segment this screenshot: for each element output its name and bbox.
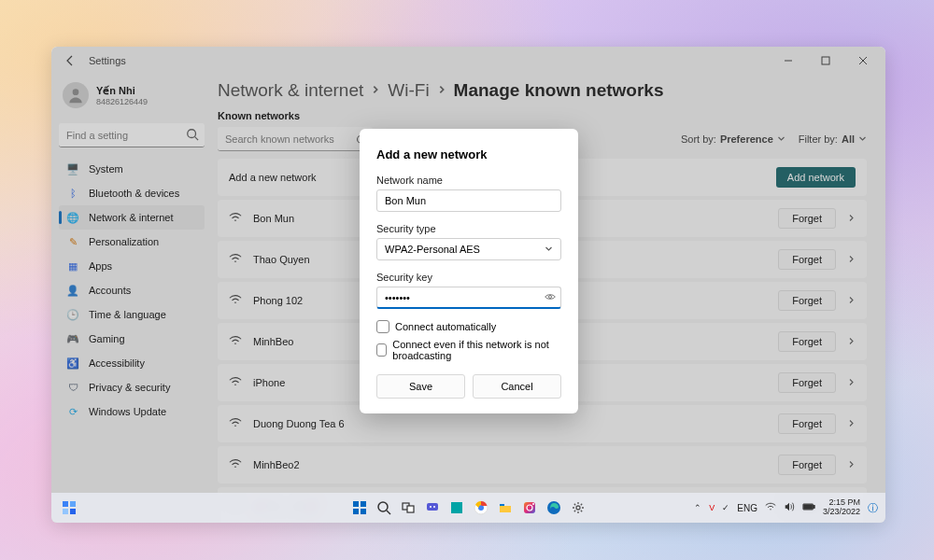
svg-rect-13 [70, 509, 76, 514]
security-key-input[interactable] [376, 287, 561, 309]
start-button[interactable] [350, 498, 369, 517]
svg-rect-15 [361, 501, 366, 507]
svg-point-18 [378, 502, 388, 511]
clock[interactable]: 2:15 PM 3/23/2022 [823, 498, 860, 517]
svg-rect-14 [353, 501, 359, 507]
security-type-label: Security type [376, 223, 561, 234]
connect-automatically-label: Connect automatically [395, 321, 496, 332]
connect-automatically-row[interactable]: Connect automatically [376, 320, 561, 333]
chrome-icon[interactable] [472, 498, 490, 517]
lang-indicator[interactable]: ENG [737, 503, 757, 513]
svg-point-31 [532, 503, 534, 505]
cancel-button[interactable]: Cancel [473, 374, 561, 399]
tray-app-icon[interactable]: V [709, 503, 715, 512]
svg-rect-17 [361, 509, 366, 514]
taskbar: ⌃ V ✓ ENG 2:15 PM 3/23/2022 ⓘ [51, 493, 885, 523]
security-type-value: WPA2-Personal AES [385, 244, 480, 255]
network-name-label: Network name [376, 175, 561, 186]
svg-rect-36 [804, 505, 813, 510]
svg-point-33 [576, 506, 580, 510]
svg-rect-35 [814, 505, 815, 508]
volume-icon[interactable] [784, 501, 795, 514]
svg-rect-12 [63, 509, 68, 514]
add-network-dialog: Add a new network Network name Security … [360, 129, 578, 413]
tray-chevron-icon[interactable]: ⌃ [694, 503, 701, 512]
svg-rect-28 [500, 504, 504, 506]
svg-point-23 [430, 506, 432, 508]
svg-point-9 [549, 296, 552, 299]
tray-app-icon[interactable]: ✓ [722, 503, 729, 512]
connect-hidden-label: Connect even if this network is not broa… [392, 339, 561, 361]
chevron-down-icon [545, 244, 553, 255]
checkbox-icon [376, 320, 389, 333]
save-button[interactable]: Save [376, 374, 465, 399]
network-name-input[interactable] [376, 189, 561, 212]
svg-rect-21 [407, 506, 414, 512]
notifications-icon[interactable]: ⓘ [868, 501, 878, 515]
app-icon[interactable] [447, 498, 466, 517]
explorer-icon[interactable] [496, 498, 515, 517]
svg-rect-22 [427, 503, 438, 511]
widgets-button[interactable] [59, 497, 79, 518]
connect-hidden-row[interactable]: Connect even if this network is not broa… [376, 339, 561, 361]
battery-icon[interactable] [802, 502, 815, 513]
chat-button[interactable] [423, 498, 442, 517]
instagram-icon[interactable] [520, 498, 539, 517]
show-password-icon[interactable] [545, 291, 556, 304]
taskbar-center [350, 498, 587, 517]
dialog-title: Add a new network [376, 147, 561, 161]
settings-icon-taskbar[interactable] [569, 498, 587, 517]
wifi-icon[interactable] [765, 501, 776, 514]
system-tray[interactable]: ⌃ V ✓ ENG 2:15 PM 3/23/2022 ⓘ [694, 498, 878, 517]
checkbox-icon [376, 343, 387, 357]
svg-point-24 [433, 506, 435, 508]
taskview-button[interactable] [399, 498, 417, 517]
svg-rect-16 [353, 509, 359, 514]
search-button[interactable] [375, 498, 393, 517]
svg-line-19 [387, 511, 390, 514]
svg-rect-10 [63, 501, 68, 507]
svg-rect-25 [451, 502, 462, 513]
security-key-label: Security key [376, 272, 561, 283]
edge-icon[interactable] [545, 498, 563, 517]
security-type-select[interactable]: WPA2-Personal AES [376, 238, 561, 260]
svg-rect-11 [70, 501, 76, 507]
